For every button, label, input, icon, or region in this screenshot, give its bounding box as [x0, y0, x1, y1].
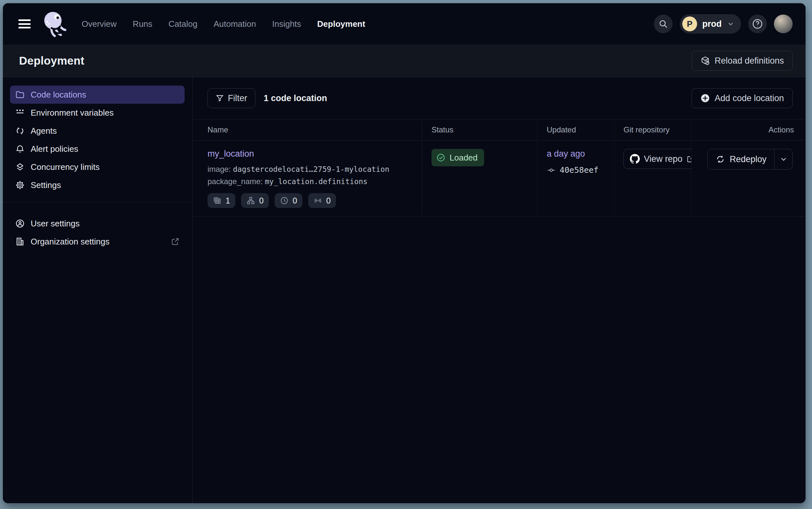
- filter-label: Filter: [228, 93, 247, 103]
- commit-hash: 40e58eef: [560, 165, 598, 175]
- toolbar: Filter 1 code location Add code location: [193, 77, 806, 119]
- sensor-icon: [313, 196, 322, 205]
- jobs-count-badge: 0: [241, 193, 269, 208]
- help-icon: [752, 18, 763, 30]
- sidebar-item-environment-variables[interactable]: Environment variables: [10, 104, 185, 122]
- redeploy-button[interactable]: Redeploy: [708, 149, 774, 169]
- filter-button[interactable]: Filter: [208, 88, 255, 108]
- add-code-location-button[interactable]: Add code location: [692, 88, 792, 108]
- status-label: Loaded: [450, 153, 478, 163]
- user-avatar[interactable]: [774, 14, 792, 33]
- hamburger-menu-button[interactable]: [19, 20, 31, 28]
- plus-circle-icon: [700, 93, 710, 103]
- sidebar-item-label: Settings: [31, 180, 61, 190]
- code-location-count: 1 code location: [264, 93, 327, 103]
- column-header-status: Status: [422, 120, 538, 140]
- reload-definitions-label: Reload definitions: [714, 56, 784, 66]
- schedules-count: 0: [293, 196, 297, 205]
- sidebar-item-label: Code locations: [31, 90, 86, 100]
- sidebar-item-label: Environment variables: [31, 108, 114, 118]
- reload-definitions-icon: [700, 56, 710, 66]
- sidebar-item-agents[interactable]: Agents: [10, 122, 185, 140]
- nav-item-runs[interactable]: Runs: [133, 19, 152, 29]
- sidebar-item-label: User settings: [31, 219, 80, 229]
- actions-cell: Redeploy: [692, 140, 806, 216]
- nav-item-overview[interactable]: Overview: [82, 19, 116, 29]
- view-repo-button[interactable]: View repo: [624, 149, 692, 169]
- sensors-count-badge: 0: [308, 193, 336, 208]
- content-empty-space: [193, 217, 806, 503]
- sidebar-spacer: [3, 250, 192, 503]
- nav-item-insights[interactable]: Insights: [272, 19, 301, 29]
- package-label: package_name:: [208, 177, 263, 186]
- github-icon: [630, 154, 640, 164]
- git-repo-cell: View repo: [615, 140, 692, 216]
- deployment-sidebar: Code locations Environment variables: [3, 77, 193, 503]
- nav-right-cluster: P prod: [654, 14, 792, 34]
- sidebar-item-settings[interactable]: Settings: [10, 176, 185, 194]
- column-header-actions: Actions: [692, 120, 806, 140]
- nav-item-automation[interactable]: Automation: [214, 19, 256, 29]
- sidebar-item-alert-policies[interactable]: Alert policies: [10, 140, 185, 158]
- top-nav: Overview Runs Catalog Automation Insight…: [3, 3, 806, 44]
- clock-icon: [280, 196, 289, 205]
- assets-count-badge: 1: [208, 193, 235, 208]
- nav-item-catalog[interactable]: Catalog: [169, 19, 197, 29]
- redeploy-menu-toggle[interactable]: [774, 149, 792, 169]
- gear-icon: [15, 180, 25, 190]
- layers-icon: [15, 162, 25, 172]
- name-cell: my_location image: dagstercodelocati…275…: [193, 140, 422, 216]
- table-header-row: Name Status Updated Git repository Actio…: [193, 119, 806, 140]
- agents-cycle-icon: [15, 126, 25, 136]
- nav-item-deployment[interactable]: Deployment: [317, 19, 365, 29]
- code-locations-content: Filter 1 code location Add code location: [193, 77, 806, 503]
- commit-row: 40e58eef: [547, 165, 605, 175]
- bell-icon: [15, 144, 25, 154]
- assets-count: 1: [226, 196, 230, 205]
- column-header-name: Name: [193, 120, 422, 140]
- package-meta: package_name: my_location.definitions: [208, 177, 413, 186]
- search-icon: [658, 19, 668, 29]
- redeploy-label: Redeploy: [730, 155, 767, 164]
- schedules-count-badge: 0: [274, 193, 302, 208]
- user-icon: [15, 219, 25, 228]
- check-circle-icon: [436, 153, 446, 163]
- updated-link[interactable]: a day ago: [547, 149, 585, 159]
- main-area: Code locations Environment variables: [3, 77, 806, 503]
- column-header-git-repo: Git repository: [615, 120, 692, 140]
- folder-icon: [15, 90, 25, 99]
- sidebar-item-label: Concurrency limits: [31, 162, 100, 172]
- sidebar-item-user-settings[interactable]: User settings: [10, 214, 185, 233]
- jobs-icon: [246, 196, 255, 205]
- image-meta: image: dagstercodelocati…2759-1-mylocati…: [208, 165, 413, 174]
- sidebar-item-organization-settings[interactable]: Organization settings: [10, 233, 185, 250]
- code-location-link[interactable]: my_location: [208, 149, 254, 159]
- assets-icon: [213, 196, 222, 205]
- page-title: Deployment: [19, 54, 84, 67]
- redeploy-split-button: Redeploy: [707, 149, 792, 170]
- table-row: my_location image: dagstercodelocati…275…: [193, 140, 806, 217]
- deployment-badge: P: [682, 16, 697, 31]
- hamburger-icon: [19, 20, 31, 21]
- sidebar-item-label: Alert policies: [31, 144, 78, 154]
- image-value: dagstercodelocati…2759-1-mylocation: [233, 165, 390, 173]
- deployment-name: prod: [702, 19, 722, 29]
- reload-definitions-button[interactable]: Reload definitions: [692, 51, 792, 71]
- column-header-updated: Updated: [538, 120, 615, 140]
- add-code-location-label: Add code location: [714, 93, 784, 103]
- commit-icon: [547, 166, 556, 175]
- search-button[interactable]: [654, 14, 673, 33]
- status-cell: Loaded: [422, 140, 538, 216]
- organization-icon: [15, 237, 25, 246]
- sidebar-item-code-locations[interactable]: Code locations: [10, 86, 185, 104]
- screenshot-frame: Overview Runs Catalog Automation Insight…: [0, 0, 812, 509]
- sidebar-item-concurrency-limits[interactable]: Concurrency limits: [10, 158, 185, 176]
- dagster-logo-icon[interactable]: [42, 10, 67, 38]
- env-vars-icon: [15, 108, 25, 117]
- code-locations-table: Name Status Updated Git repository Actio…: [193, 119, 806, 217]
- external-link-icon: [687, 155, 692, 163]
- chevron-down-icon: [727, 20, 735, 28]
- status-badge: Loaded: [432, 149, 484, 166]
- deployment-switcher[interactable]: P prod: [680, 14, 741, 34]
- help-button[interactable]: [748, 14, 767, 33]
